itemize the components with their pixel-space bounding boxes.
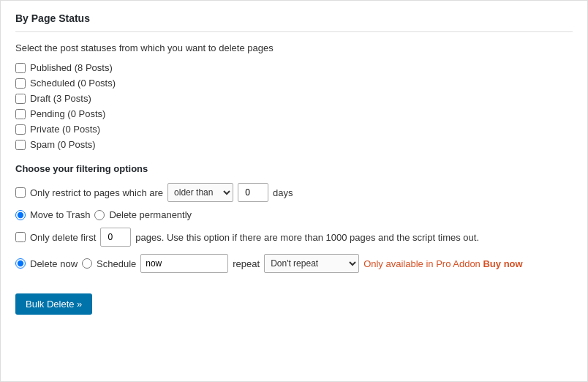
status-checkbox-draft[interactable] bbox=[15, 94, 26, 104]
status-label-private: Private (0 Posts) bbox=[30, 124, 100, 135]
status-item-pending: Pending (0 Posts) bbox=[15, 108, 573, 119]
move-to-trash-label: Move to Trash bbox=[30, 209, 90, 220]
schedule-radio[interactable] bbox=[82, 258, 92, 269]
age-filter-label: Only restrict to pages which are bbox=[30, 187, 163, 198]
only-delete-first-checkbox[interactable] bbox=[15, 232, 26, 242]
schedule-value-input[interactable] bbox=[140, 254, 228, 273]
age-filter-checkbox[interactable] bbox=[15, 187, 26, 198]
status-label-published: Published (8 Posts) bbox=[30, 62, 113, 73]
bulk-delete-button[interactable]: Bulk Delete » bbox=[15, 293, 92, 315]
delete-permanently-label: Delete permanently bbox=[109, 209, 192, 220]
pro-addon-text: Only available in Pro Addon Buy now bbox=[363, 258, 523, 269]
age-value-input[interactable] bbox=[238, 183, 268, 202]
only-delete-first-label: Only delete first bbox=[30, 232, 96, 243]
page-container: By Page Status Select the post statuses … bbox=[0, 0, 588, 382]
status-checkbox-pending[interactable] bbox=[15, 109, 26, 119]
status-label-draft: Draft (3 Posts) bbox=[30, 93, 91, 104]
status-label-pending: Pending (0 Posts) bbox=[30, 108, 105, 119]
status-checkbox-private[interactable] bbox=[15, 124, 26, 135]
age-dropdown[interactable]: older thannewer than bbox=[167, 183, 233, 202]
section-title: By Page Status bbox=[15, 12, 573, 32]
only-delete-first-row: Only delete first pages. Use this option… bbox=[15, 228, 573, 247]
status-label-scheduled: Scheduled (0 Posts) bbox=[30, 78, 116, 89]
status-checkboxes: Published (8 Posts)Scheduled (0 Posts)Dr… bbox=[15, 62, 573, 150]
repeat-label: repeat bbox=[233, 258, 260, 269]
status-description: Select the post statuses from which you … bbox=[15, 42, 573, 53]
status-item-spam: Spam (0 Posts) bbox=[15, 139, 573, 150]
move-to-trash-radio[interactable] bbox=[15, 210, 26, 220]
status-item-private: Private (0 Posts) bbox=[15, 124, 573, 135]
schedule-label: Schedule bbox=[97, 258, 136, 269]
status-item-draft: Draft (3 Posts) bbox=[15, 93, 573, 104]
status-checkbox-spam[interactable] bbox=[15, 140, 26, 150]
repeat-dropdown[interactable]: Don't repeatDailyWeeklyMonthly bbox=[264, 254, 359, 273]
buy-now-link[interactable]: Buy now bbox=[483, 258, 522, 269]
status-label-spam: Spam (0 Posts) bbox=[30, 139, 96, 150]
schedule-row: Delete now Schedule repeat Don't repeatD… bbox=[15, 254, 573, 273]
delete-now-label: Delete now bbox=[30, 258, 78, 269]
age-filter-row: Only restrict to pages which are older t… bbox=[15, 183, 573, 202]
delete-now-radio[interactable] bbox=[15, 258, 26, 269]
status-checkbox-scheduled[interactable] bbox=[15, 78, 26, 89]
filtering-title: Choose your filtering options bbox=[15, 163, 573, 174]
delete-permanently-radio[interactable] bbox=[94, 210, 105, 220]
status-item-published: Published (8 Posts) bbox=[15, 62, 573, 73]
age-unit-label: days bbox=[273, 187, 293, 198]
only-delete-first-suffix: pages. Use this option if there are more… bbox=[135, 232, 479, 243]
status-item-scheduled: Scheduled (0 Posts) bbox=[15, 78, 573, 89]
status-checkbox-published[interactable] bbox=[15, 63, 26, 73]
delete-mode-group: Move to Trash Delete permanently bbox=[15, 209, 573, 220]
only-delete-first-value[interactable] bbox=[100, 228, 131, 247]
